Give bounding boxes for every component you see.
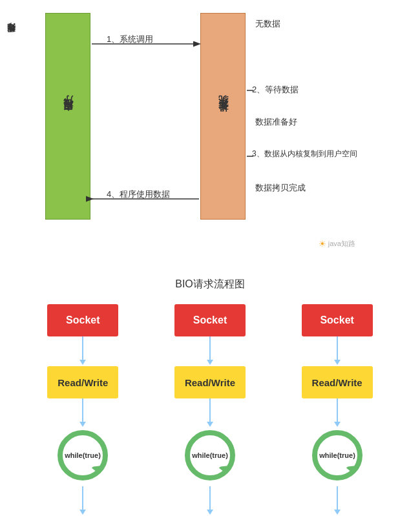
socket-box-2: Socket [174,304,246,336]
arrow1-label: 1、系统调用 [107,34,153,45]
while-container-2: while(true) [178,428,242,486]
top-watermark: ☀ java知路 [319,239,355,249]
svg-text:while(true): while(true) [191,451,228,459]
right-label-no-data: 无数据 [255,18,407,30]
while-loop-svg-1: while(true) [50,428,115,486]
arrow2-label: 2、等待数据 [252,84,299,96]
right-label-ready: 数据准备好 [255,116,407,128]
socket-box-1: Socket [47,304,118,336]
readwrite-box-3: Read/Write [302,366,373,398]
bio-chain-1: Socket Read/Write while(true) Thread [41,304,125,516]
while-loop-svg-3: while(true) [305,428,370,486]
bio-chain-2: Socket Read/Write while(true) Thread [168,304,252,516]
while-container-1: while(true) [50,428,115,486]
right-label-copy-done: 数据拷贝完成 [255,182,407,194]
app-block: 应用程序 [45,13,90,220]
arrow4-label: 4、程序使用数据 [107,189,170,200]
readwrite-box-1: Read/Write [47,366,118,398]
socket-box-3: Socket [302,304,373,336]
svg-text:while(true): while(true) [65,451,101,459]
while-loop-svg-2: while(true) [178,428,242,486]
svg-text:while(true): while(true) [319,451,355,459]
while-container-3: while(true) [305,428,370,486]
os-block: 操作系统 [200,13,246,220]
bio-title: BIO请求流程图 [0,278,420,291]
top-diagram: 程序等待处理数据 应用程序 操作系统 1、系统调用 4、程序使用数据 无数据 2… [0,0,420,271]
arrow3-label: 3、数据从内核复制到用户空间 [252,149,357,160]
readwrite-box-2: Read/Write [174,366,246,398]
bio-chain-3: Socket Read/Write while(true) Thread [295,304,379,516]
bio-diagram: Socket Read/Write while(true) Thread Soc… [0,304,420,516]
